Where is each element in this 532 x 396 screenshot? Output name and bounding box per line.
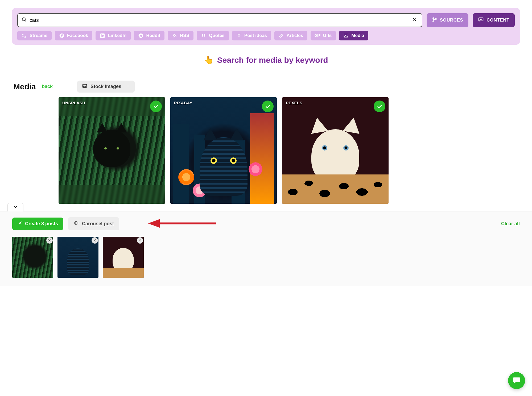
search-box[interactable]	[17, 13, 422, 27]
annotation-arrow	[148, 218, 217, 229]
source-badge: PIXABAY	[174, 101, 192, 105]
svg-line-1	[25, 20, 26, 22]
collapse-tab[interactable]	[7, 203, 23, 211]
chip-media[interactable]: Media	[339, 31, 368, 40]
thumbnail[interactable]: ✕	[103, 237, 144, 278]
svg-point-16	[141, 36, 142, 36]
chip-facebook[interactable]: Facebook	[55, 31, 92, 40]
media-card[interactable]: UNSPLASH	[59, 97, 165, 204]
search-icon	[22, 17, 27, 23]
svg-marker-25	[148, 219, 160, 228]
source-badge: UNSPLASH	[62, 101, 85, 105]
create-posts-button[interactable]: Create 3 posts	[12, 218, 63, 230]
sources-button[interactable]: SOURCES	[427, 13, 469, 27]
chip-label: Media	[351, 33, 364, 38]
selection-bar: Create 3 posts Carousel post Clear all ✕…	[0, 211, 532, 286]
source-chip-row: Streams Facebook LinkedIn Reddit RSS	[17, 31, 515, 40]
svg-point-6	[435, 18, 436, 19]
rss-icon	[172, 33, 177, 38]
streams-icon	[22, 33, 27, 38]
chip-label: Streams	[30, 33, 47, 38]
link-icon	[279, 33, 284, 38]
svg-point-5	[433, 20, 434, 22]
dropdown-label: Stock images	[90, 84, 121, 89]
remove-thumbnail-icon[interactable]: ✕	[92, 237, 98, 244]
chip-reddit[interactable]: Reddit	[134, 31, 164, 40]
svg-rect-11	[101, 35, 102, 37]
create-label: Create 3 posts	[25, 221, 58, 227]
section-title: Media	[13, 82, 36, 91]
carousel-icon	[73, 220, 79, 227]
chevron-down-icon	[13, 204, 18, 210]
image-icon	[343, 33, 349, 38]
selected-check-icon[interactable]	[262, 101, 274, 112]
content-button[interactable]: CONTENT	[473, 13, 515, 27]
quotes-icon	[201, 33, 206, 38]
media-card[interactable]: PIXABAY	[170, 97, 277, 204]
feather-icon	[18, 221, 22, 227]
clear-all-button[interactable]: Clear all	[501, 221, 520, 227]
pointing-up-icon: 👆	[204, 56, 214, 64]
image-chat-icon	[478, 17, 484, 24]
content-label: CONTENT	[486, 18, 509, 23]
chip-label: Quotes	[209, 33, 225, 38]
thumbnail[interactable]: ✕	[12, 237, 53, 278]
media-card[interactable]: PEXELS	[282, 97, 389, 204]
chevron-down-icon	[126, 84, 130, 89]
svg-point-12	[101, 34, 102, 35]
chip-label: Gifs	[323, 33, 332, 38]
chip-label: Post ideas	[244, 33, 267, 38]
search-input[interactable]	[27, 17, 411, 23]
svg-point-17	[173, 37, 174, 37]
chip-articles[interactable]: Articles	[274, 31, 307, 40]
svg-point-15	[140, 36, 141, 36]
chip-label: LinkedIn	[108, 33, 126, 38]
branch-icon	[432, 17, 437, 24]
source-badge: PEXELS	[286, 101, 302, 105]
remove-thumbnail-icon[interactable]: ✕	[137, 237, 143, 244]
svg-rect-7	[479, 18, 483, 21]
hero-label: Search for media by keyword	[217, 56, 328, 65]
svg-rect-23	[75, 222, 77, 225]
back-link[interactable]: back	[42, 84, 53, 89]
clear-search-icon[interactable]	[411, 16, 418, 25]
stock-images-dropdown[interactable]: Stock images	[77, 81, 135, 93]
gif-icon: GIF	[315, 33, 320, 38]
thumbnail[interactable]: ✕	[57, 237, 98, 278]
search-panel: SOURCES CONTENT Streams Facebook Link	[12, 8, 520, 45]
image-icon	[82, 83, 87, 90]
chip-post-ideas[interactable]: Post ideas	[232, 31, 271, 40]
carousel-post-button[interactable]: Carousel post	[68, 217, 119, 230]
chip-streams[interactable]: Streams	[17, 31, 52, 40]
chip-linkedin[interactable]: LinkedIn	[96, 31, 131, 40]
chip-label: RSS	[180, 33, 189, 38]
chip-gifs[interactable]: GIF Gifs	[311, 31, 336, 40]
svg-point-4	[433, 18, 434, 19]
media-grid: UNSPLASH PIXABAY PEXELS	[0, 97, 532, 204]
facebook-icon	[59, 33, 64, 38]
carousel-label: Carousel post	[82, 221, 114, 227]
chip-label: Articles	[287, 33, 303, 38]
hero-text: 👆 Search for media by keyword	[0, 55, 532, 65]
svg-point-18	[238, 35, 240, 36]
sources-label: SOURCES	[440, 18, 463, 23]
chip-label: Facebook	[67, 33, 88, 38]
reddit-icon	[138, 33, 143, 38]
chip-quotes[interactable]: Quotes	[197, 31, 229, 40]
selected-thumbnails: ✕ ✕ ✕	[12, 237, 520, 278]
svg-point-0	[22, 18, 26, 21]
lightbulb-icon	[236, 33, 242, 38]
selected-check-icon[interactable]	[374, 101, 385, 112]
linkedin-icon	[100, 33, 105, 38]
remove-thumbnail-icon[interactable]: ✕	[46, 237, 53, 244]
selected-check-icon[interactable]	[150, 101, 162, 112]
svg-point-22	[84, 85, 84, 86]
chip-rss[interactable]: RSS	[168, 31, 193, 40]
chip-label: Reddit	[146, 33, 160, 38]
